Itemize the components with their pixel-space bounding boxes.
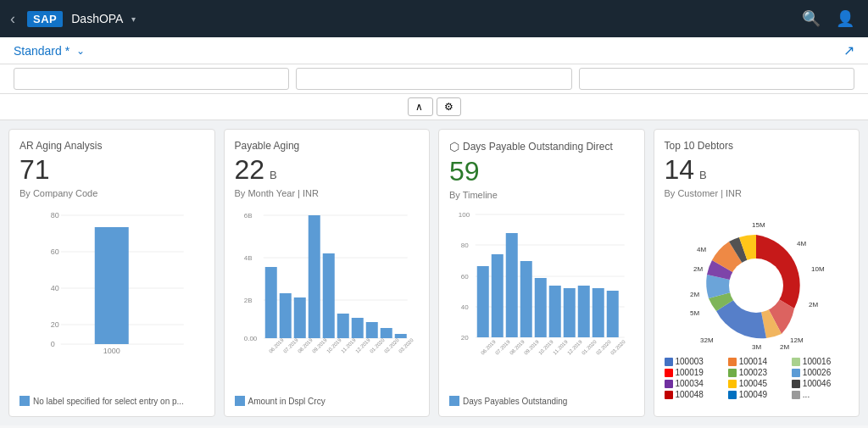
search-icon[interactable]: 🔍 [798, 6, 824, 31]
svg-rect-22 [293, 297, 305, 338]
legend-dot-10 [728, 391, 737, 399]
filter-controls: ∧ ⚙ [0, 94, 868, 120]
legend-dot-6 [665, 380, 673, 388]
svg-text:80: 80 [461, 242, 469, 249]
legend-label-5: 100026 [803, 368, 831, 377]
filter-field-2[interactable] [296, 68, 571, 90]
svg-rect-52 [506, 233, 518, 337]
card-pa-value: 22 [235, 155, 265, 185]
legend-item-1: 100014 [728, 357, 785, 366]
svg-text:15M: 15M [752, 221, 765, 229]
svg-rect-53 [520, 261, 532, 337]
legend-dot-9 [665, 391, 673, 399]
legend-box-dpo [449, 396, 459, 406]
svg-rect-56 [564, 288, 576, 337]
card-pa-chart: 6B 4B 2B 0.00 [235, 205, 420, 389]
svg-rect-21 [279, 293, 291, 338]
card-pa-subtitle: By Month Year | INR [235, 188, 420, 198]
settings-button[interactable]: ⚙ [437, 97, 461, 116]
legend-dot-7 [728, 380, 737, 388]
back-button[interactable]: ‹ [10, 10, 15, 28]
svg-text:3M: 3M [752, 343, 761, 351]
legend-item-0: 100003 [665, 357, 721, 366]
svg-rect-57 [578, 286, 590, 337]
legend-item-10: 100049 [728, 390, 785, 399]
export-button[interactable]: ↗ [843, 42, 854, 58]
svg-rect-25 [337, 314, 348, 338]
legend-label-3: 100019 [676, 368, 704, 377]
card-dpo-title: Days Payable Outstanding Direct [463, 141, 613, 153]
legend-item-3: 100019 [665, 368, 721, 377]
svg-rect-58 [593, 288, 604, 337]
card-t10-title: Top 10 Debtors [665, 140, 849, 152]
svg-text:20: 20 [461, 334, 469, 342]
legend-dot-5 [792, 369, 800, 377]
svg-text:2M: 2M [690, 291, 699, 298]
legend-label-8: 100046 [803, 379, 831, 388]
svg-text:100: 100 [459, 211, 470, 219]
legend-box-ar [19, 396, 30, 406]
legend-dot-0 [665, 358, 673, 366]
svg-rect-55 [549, 286, 561, 337]
svg-text:1000: 1000 [103, 347, 120, 355]
card-ar-aging: AR Aging Analysis 71 By Company Code 80 … [8, 129, 215, 417]
svg-text:80: 80 [51, 211, 59, 220]
legend-label-dpo: Days Payables Outstanding [463, 397, 567, 406]
legend-label-0: 100003 [676, 357, 704, 366]
filter-bar [0, 64, 868, 94]
card-top10: Top 10 Debtors 14 B By Customer | INR [654, 129, 860, 417]
standard-dropdown-icon[interactable]: ⌄ [76, 45, 85, 57]
dpo-bar-chart: 100 80 60 40 20 [449, 207, 634, 368]
svg-text:32M: 32M [700, 336, 714, 344]
legend-item-5: 100026 [792, 368, 849, 377]
card-dpo: ⬡ Days Payable Outstanding Direct 59 By … [438, 129, 645, 417]
card-t10-chart: 15M 4M 10M 2M 12M 32M 5M 2M 2M 4M 3M 2M [665, 205, 849, 353]
standard-label[interactable]: Standard * [14, 44, 70, 58]
legend-item-6: 100034 [665, 379, 721, 388]
legend-dot-8 [792, 380, 800, 388]
filter-field-1[interactable] [14, 68, 289, 90]
pa-bar-chart: 6B 4B 2B 0.00 [235, 205, 420, 366]
donut-chart: 15M 4M 10M 2M 12M 32M 5M 2M 2M 4M 3M 2M [671, 205, 841, 353]
card-ar-chart: 80 60 40 20 0 1000 [19, 205, 204, 389]
card-t10-subtitle: By Customer | INR [665, 188, 849, 198]
collapse-button[interactable]: ∧ [408, 97, 433, 116]
card-pa-suffix: B [270, 169, 277, 181]
svg-text:03.2020: 03.2020 [609, 339, 626, 356]
filter-field-3[interactable] [579, 68, 854, 90]
legend-label-1: 100014 [739, 357, 767, 366]
app-header: ‹ SAP DashOPA ▾ 🔍 👤 [0, 0, 868, 37]
svg-rect-10 [95, 227, 129, 344]
svg-text:6B: 6B [243, 212, 252, 220]
card-pa-legend: Amount in Dspl Crcy [235, 396, 420, 406]
user-icon[interactable]: 👤 [832, 6, 858, 31]
link-icon-dpo: ⬡ [449, 140, 459, 153]
legend-label-6: 100034 [676, 379, 704, 388]
svg-text:03.2020: 03.2020 [398, 337, 415, 354]
svg-text:40: 40 [51, 284, 59, 292]
card-t10-suffix: B [699, 169, 707, 181]
legend-dot-11 [792, 391, 800, 399]
svg-rect-23 [308, 215, 320, 338]
legend-label-pa: Amount in Dspl Crcy [248, 397, 326, 406]
settings-icon: ⚙ [444, 101, 453, 113]
up-arrow-icon: ∧ [415, 101, 423, 113]
svg-rect-28 [380, 328, 392, 338]
legend-label-10: 100049 [739, 390, 767, 399]
card-dpo-value: 59 [449, 157, 634, 186]
svg-text:0.00: 0.00 [243, 335, 257, 342]
svg-text:2M: 2M [780, 343, 789, 351]
svg-text:4M: 4M [697, 246, 706, 253]
legend-item-11: ... [792, 390, 849, 399]
svg-rect-20 [264, 267, 276, 338]
svg-text:12M: 12M [790, 336, 804, 344]
svg-rect-26 [351, 318, 363, 338]
dashboard-grid: AR Aging Analysis 71 By Company Code 80 … [0, 120, 868, 425]
svg-rect-29 [394, 334, 406, 338]
legend-item-7: 100045 [728, 379, 785, 388]
title-dropdown-icon[interactable]: ▾ [131, 14, 136, 24]
card-dpo-chart: 100 80 60 40 20 [449, 207, 634, 389]
card-ar-subtitle: By Company Code [19, 188, 204, 198]
card-payable-aging: Payable Aging 22 B By Month Year | INR 6… [224, 129, 431, 417]
app-title: DashOPA [71, 12, 123, 25]
